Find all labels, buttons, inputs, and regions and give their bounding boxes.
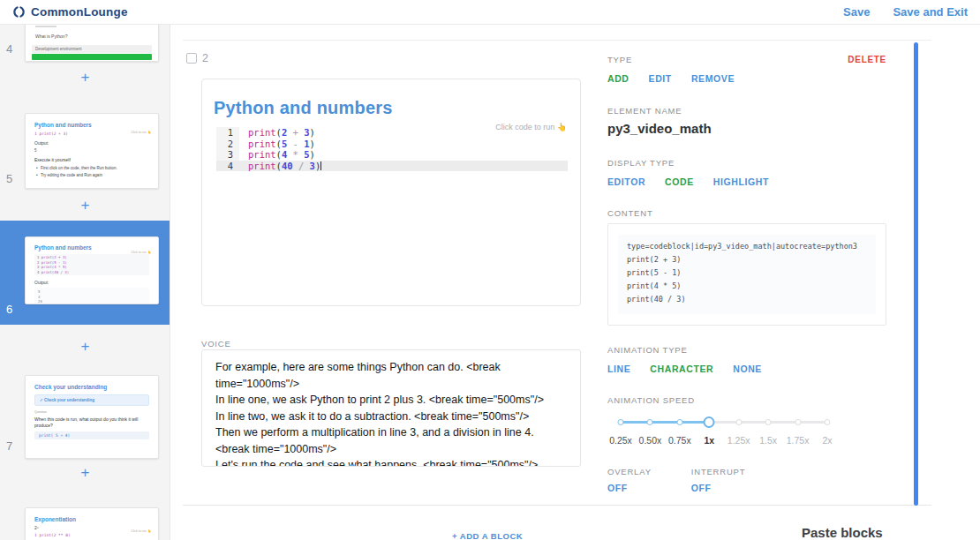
thumb-output-block: 542013.333333333333334 [34, 288, 149, 304]
speed-label-2x[interactable]: 2x [822, 435, 832, 446]
speed-label-1.25x[interactable]: 1.25x [727, 435, 750, 446]
thumb-question: When this code is run, what output do yo… [34, 416, 149, 429]
scrollbar-thumb[interactable] [914, 42, 918, 506]
block-checkbox[interactable] [186, 53, 197, 64]
voice-label: VOICE [201, 339, 231, 349]
save-button[interactable]: Save [843, 5, 870, 19]
speed-labels: 0.25x0.50x0.75x1x1.25x1.5x1.75x2x [621, 435, 827, 447]
option-editor[interactable]: EDITOR [607, 176, 645, 187]
brand-name: CommonLounge [31, 5, 128, 19]
content-top-divider [183, 40, 931, 41]
add-slide-button[interactable]: + [0, 338, 170, 356]
speed-tick-1.75x[interactable] [795, 419, 801, 425]
code-line-3[interactable]: 3print(4 * 5) [216, 149, 568, 161]
brand[interactable]: CommonLounge [12, 5, 128, 19]
save-and-exit-button[interactable]: Save and Exit [893, 5, 968, 19]
option-line[interactable]: LINE [607, 364, 630, 374]
slide-thumbnail-5[interactable]: Python and numbers Click to run 👆 1 prin… [25, 113, 159, 189]
paste-blocks-button[interactable]: Paste blocks [802, 525, 883, 540]
type-options: ADDEDITREMOVE [607, 73, 886, 84]
code-text: print(4 * 5) [239, 149, 568, 161]
thumb-text: What is Python? [35, 34, 67, 39]
element-name-label: ELEMENT NAME [607, 106, 886, 116]
speed-tick-0.50x[interactable] [647, 419, 653, 425]
option-highlight[interactable]: HIGHLIGHT [713, 176, 769, 187]
add-block-button[interactable]: + ADD A BLOCK [452, 531, 523, 540]
interrupt-group: INTERRUPT OFF [691, 467, 746, 493]
block-index-label: 2 [202, 52, 208, 64]
option-edit[interactable]: EDIT [649, 73, 672, 84]
overlay-toggle[interactable]: OFF [607, 483, 652, 493]
code-line-4[interactable]: 4print(40 / 3) [216, 161, 568, 172]
block-settings-panel: TYPE DELETE ADDEDITREMOVE ELEMENT NAME p… [607, 49, 886, 493]
speed-tick-1.25x[interactable] [735, 419, 742, 425]
line-number: 1 [216, 127, 239, 139]
code-text: print(40 / 3) [239, 161, 568, 172]
app: CommonLounge Save Save and Exit 4 What i… [0, 0, 980, 540]
thumb-output-value: 5 [34, 148, 149, 153]
slider-track-fill [621, 421, 709, 424]
interrupt-label: INTERRUPT [691, 467, 746, 476]
thumb-code-line: 1 print(2 ** 8) [34, 533, 149, 537]
content-text[interactable]: type=codeblock|id=py3_video_math|autocre… [618, 235, 876, 314]
thumb-title: Python and numbers [34, 122, 149, 128]
speed-tick-0.25x[interactable] [618, 419, 624, 425]
thumb-code-line: 4 print(40 / 3) [37, 270, 147, 275]
option-add[interactable]: ADD [607, 73, 629, 84]
code-block[interactable]: 1print(2 + 3)2print(5 - 1)3print(4 * 5)4… [216, 127, 568, 171]
pointer-up-icon: 👆 [147, 131, 151, 134]
content-editor[interactable]: type=codeblock|id=py3_video_math|autocre… [607, 223, 886, 326]
element-name-value[interactable]: py3_video_math [607, 121, 886, 136]
add-slide-button[interactable]: + [0, 69, 170, 86]
preview-title: Python and numbers [214, 98, 580, 118]
animation-speed-slider[interactable]: 0.25x0.50x0.75x1x1.25x1.5x1.75x2x [621, 414, 827, 449]
option-character[interactable]: CHARACTER [650, 364, 713, 374]
slide-thumbnail-6-selected[interactable]: Python and numbers Click to run 👆 1 prin… [25, 236, 159, 304]
commonlounge-logo-icon [12, 5, 26, 19]
line-number: 2 [216, 139, 239, 150]
slide-thumbnail-7[interactable]: Check your understanding ✓ Check your un… [25, 375, 159, 459]
voice-textarea[interactable]: For example, here are some things Python… [201, 349, 581, 467]
speed-label-0.25x[interactable]: 0.25x [609, 435, 632, 446]
thumb-bullet-list: First click on the code, then the Run bu… [34, 165, 149, 179]
slide-thumbnail-8[interactable]: Exponentiation 2⁸ Click to run 👆 1 print… [25, 507, 159, 540]
slide-number-5: 5 [6, 172, 12, 185]
pointer-up-icon: 👆 [147, 251, 151, 254]
speed-label-0.50x[interactable]: 0.50x [639, 435, 662, 446]
thumb-gray-button: Development environment [32, 45, 152, 53]
slide-thumbnail-4[interactable]: What is Python? Development environment [25, 25, 159, 62]
display-type-options: EDITORCODEHIGHLIGHT [607, 176, 886, 187]
delete-button[interactable]: DELETE [848, 55, 886, 64]
line-number: 4 [216, 161, 239, 172]
option-code[interactable]: CODE [665, 176, 694, 187]
add-slide-button[interactable]: + [0, 197, 170, 214]
run-hint: Click code to run 👆 [495, 123, 567, 131]
line-number: 3 [216, 149, 239, 161]
speed-label-1.5x[interactable]: 1.5x [759, 435, 777, 446]
speed-tick-0.75x[interactable] [676, 419, 682, 425]
thumb-title: Python and numbers [34, 244, 149, 251]
speed-tick-1x[interactable] [704, 416, 715, 428]
speed-label-1.75x[interactable]: 1.75x [787, 435, 810, 446]
thumb-run-hint: Click to run 👆 [131, 251, 151, 254]
code-line-2[interactable]: 2print(5 - 1) [216, 139, 568, 150]
speed-tick-1.5x[interactable] [765, 419, 772, 425]
option-none[interactable]: NONE [733, 364, 762, 374]
slide-number-7: 7 [6, 439, 12, 453]
interrupt-toggle[interactable]: OFF [691, 483, 746, 493]
thumb-code-line: print( 5 + 4) [34, 431, 149, 439]
thumb-question-label: Question [34, 410, 149, 414]
speed-label-0.75x[interactable]: 0.75x [668, 435, 691, 446]
thumb-subtitle: Execute it yourself [34, 157, 149, 162]
add-slide-button[interactable]: + [0, 464, 170, 482]
option-remove[interactable]: REMOVE [691, 73, 735, 84]
speed-label-1x[interactable]: 1x [704, 435, 714, 446]
speed-tick-2x[interactable] [825, 419, 831, 425]
animation-type-options: LINECHARACTERNONE [607, 364, 886, 374]
check-icon: ✓ [40, 398, 43, 402]
block-preview-card[interactable]: Python and numbers Click code to run 👆 1… [201, 79, 581, 306]
thumb-code-block: 1 print(2 + 3)2 print(5 - 1)3 print(4 * … [34, 254, 149, 275]
pointer-up-icon: 👆 [557, 123, 567, 131]
thumb-run-hint: Click to run 👆 [131, 529, 151, 533]
text-cursor [320, 161, 321, 170]
